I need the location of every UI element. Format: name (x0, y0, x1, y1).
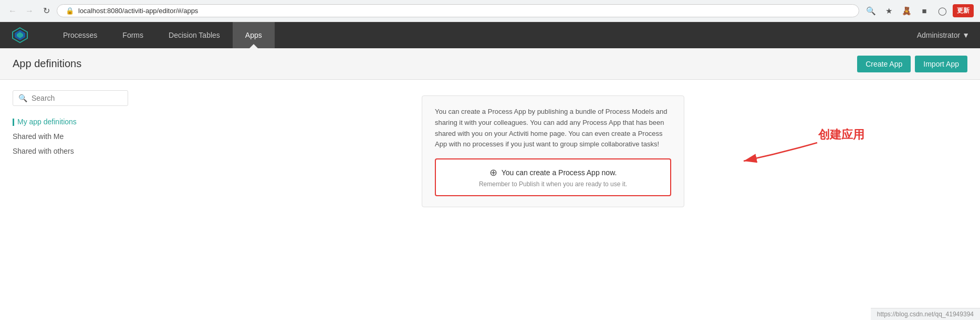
forward-button[interactable]: → (23, 5, 36, 17)
sidebar-item-my-app-definitions[interactable]: My app definitions (13, 114, 128, 129)
sidebar-item-shared-with-others[interactable]: Shared with others (13, 144, 128, 158)
header-actions: Create App Import App (857, 56, 967, 72)
sidebar-item-shared-with-me[interactable]: Shared with Me (13, 129, 128, 144)
main-content: You can create a Process App by publishi… (139, 90, 967, 279)
nav-links: Processes Forms Decision Tables Apps (50, 22, 917, 48)
lock-icon: 🔒 (66, 7, 74, 15)
search-icon: 🔍 (18, 94, 27, 102)
import-app-button[interactable]: Import App (915, 56, 967, 72)
address-bar[interactable]: 🔒 localhost:8080/activiti-app/editor/#/a… (57, 4, 859, 17)
user-menu[interactable]: Administrator ▼ (917, 31, 969, 39)
sidebar: 🔍 My app definitions Shared with Me Shar… (13, 90, 128, 279)
extensions-icon[interactable]: ■ (917, 4, 932, 18)
nav-apps[interactable]: Apps (233, 22, 275, 48)
create-process-main-text: You can create a Process App now. (502, 168, 617, 177)
reload-button[interactable]: ↻ (40, 5, 53, 17)
info-box: You can create a Process App by publishi… (422, 95, 684, 207)
browser-actions: 🔍 ★ 🧸 ■ ◯ 更新 (863, 4, 974, 18)
app-logo (11, 26, 29, 45)
create-process-main: ⊕ You can create a Process App now. (446, 167, 660, 178)
nav-forms[interactable]: Forms (110, 22, 156, 48)
url-text: localhost:8080/activiti-app/editor/#/app… (78, 7, 198, 15)
page-title: App definitions (13, 58, 81, 70)
nav-processes[interactable]: Processes (50, 22, 110, 48)
create-process-box[interactable]: ⊕ You can create a Process App now. Reme… (435, 158, 671, 196)
dropdown-icon: ▼ (962, 31, 969, 39)
back-button[interactable]: ← (6, 5, 19, 17)
browser-chrome: ← → ↻ 🔒 localhost:8080/activiti-app/edit… (0, 0, 980, 22)
page-header: App definitions Create App Import App (0, 48, 980, 80)
sidebar-menu: My app definitions Shared with Me Shared… (13, 114, 128, 158)
search-input[interactable] (32, 94, 122, 102)
create-app-button[interactable]: Create App (857, 56, 911, 72)
bookmark-icon[interactable]: ★ (881, 4, 896, 18)
plus-circle-icon: ⊕ (489, 167, 497, 178)
username: Administrator (917, 31, 960, 39)
top-navbar: Processes Forms Decision Tables Apps Adm… (0, 22, 980, 48)
nav-decision-tables[interactable]: Decision Tables (156, 22, 233, 48)
info-description: You can create a Process App by publishi… (435, 106, 671, 150)
create-process-sub: Remember to Publish it when you are read… (446, 180, 660, 188)
update-button[interactable]: 更新 (953, 4, 974, 17)
content-area: 🔍 My app definitions Shared with Me Shar… (0, 80, 980, 290)
account-icon[interactable]: ◯ (935, 4, 950, 18)
zoom-icon[interactable]: 🔍 (863, 4, 878, 18)
search-box[interactable]: 🔍 (13, 90, 128, 106)
extension-icon[interactable]: 🧸 (899, 4, 914, 18)
